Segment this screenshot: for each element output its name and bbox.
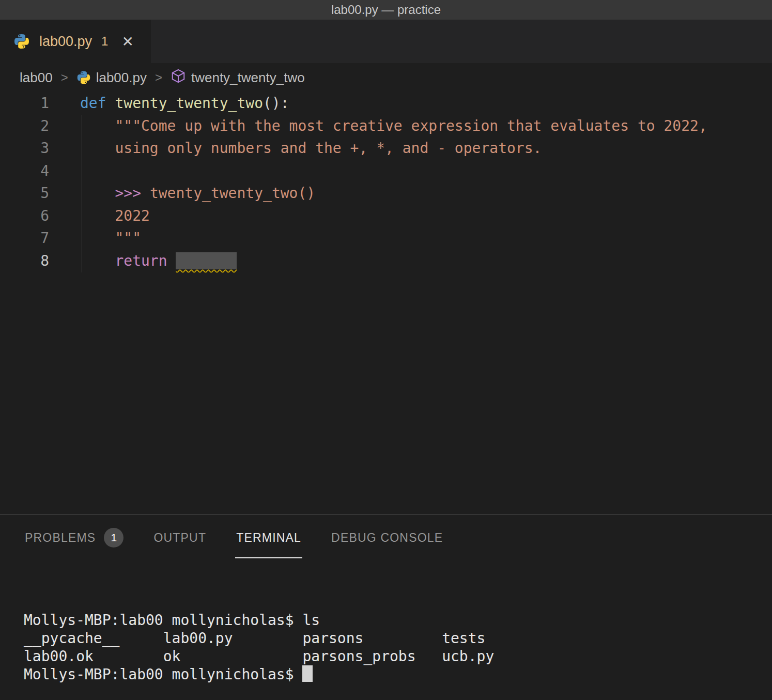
symbol-cube-icon — [171, 68, 186, 87]
breadcrumb-symbol[interactable]: twenty_twenty_two — [171, 68, 305, 87]
code-text: return — [80, 250, 237, 272]
terminal-line: __pycache__ lab00.py parsons tests — [24, 629, 772, 647]
breadcrumb-folder-label: lab00 — [20, 70, 53, 86]
code-line[interactable]: 2 """Come up with the most creative expr… — [0, 115, 772, 138]
terminal-line: lab00.ok ok parsons_probs ucb.py — [24, 647, 772, 665]
chevron-right-icon: > — [154, 70, 163, 85]
bottom-panel: PROBLEMS 1 OUTPUT TERMINAL DEBUG CONSOLE… — [0, 514, 772, 700]
code-text: using only numbers and the +, *, and - o… — [80, 137, 542, 160]
code-line[interactable]: 6 2022 — [0, 205, 772, 227]
terminal[interactable]: Mollys-MBP:lab00 mollynicholas$ ls__pyca… — [0, 560, 772, 700]
panel-tab-label: TERMINAL — [236, 531, 301, 545]
code-line[interactable]: 3 using only numbers and the +, *, and -… — [0, 137, 772, 160]
title-bar: lab00.py — practice — [0, 0, 772, 20]
code-line[interactable]: 7 """ — [0, 227, 772, 250]
tab-label: lab00.py — [39, 34, 92, 50]
terminal-line: Mollys-MBP:lab00 mollynicholas$ ls — [24, 611, 772, 629]
terminal-prompt: Mollys-MBP:lab00 mollynicholas$ — [24, 666, 302, 683]
code-text: """ — [80, 227, 141, 250]
panel-tab-terminal[interactable]: TERMINAL — [236, 515, 301, 560]
code-text: 2022 — [80, 205, 150, 227]
chevron-right-icon: > — [60, 70, 69, 85]
editor-tab-bar: lab00.py 1 ✕ — [0, 20, 772, 63]
window-title: lab00.py — practice — [331, 3, 441, 17]
line-number: 3 — [0, 137, 49, 160]
breadcrumb-file[interactable]: lab00.py — [76, 70, 147, 86]
line-number: 5 — [0, 182, 49, 205]
code-line[interactable]: 4 — [0, 160, 772, 182]
tab-problem-count: 1 — [101, 34, 108, 49]
panel-tab-label: DEBUG CONSOLE — [331, 531, 443, 545]
panel-tab-bar: PROBLEMS 1 OUTPUT TERMINAL DEBUG CONSOLE — [0, 515, 772, 560]
breadcrumb-symbol-label: twenty_twenty_two — [191, 70, 305, 86]
tab-lab00py[interactable]: lab00.py 1 ✕ — [0, 20, 151, 63]
line-number: 4 — [0, 160, 49, 182]
terminal-cursor — [302, 665, 313, 682]
problems-count-badge: 1 — [104, 528, 123, 547]
code-text: """Come up with the most creative expres… — [80, 115, 707, 138]
breadcrumb-file-label: lab00.py — [96, 70, 147, 86]
code-line[interactable]: 5 >>> twenty_twenty_two() — [0, 182, 772, 205]
line-number: 6 — [0, 205, 49, 227]
python-icon — [13, 33, 30, 50]
terminal-prompt-line: Mollys-MBP:lab00 mollynicholas$ — [24, 665, 772, 683]
panel-tab-label: PROBLEMS — [25, 531, 96, 545]
line-number: 1 — [0, 92, 49, 115]
indent-guide — [82, 115, 82, 272]
code-editor[interactable]: 1 def twenty_twenty_two(): 2 """Come up … — [0, 92, 772, 514]
panel-tab-debug-console[interactable]: DEBUG CONSOLE — [331, 515, 443, 560]
panel-tab-label: OUTPUT — [153, 531, 206, 545]
python-icon — [76, 70, 91, 85]
breadcrumb: lab00 > lab00.py > twenty_twenty_two — [0, 63, 772, 92]
code-text: def twenty_twenty_two(): — [80, 92, 289, 115]
panel-tab-output[interactable]: OUTPUT — [153, 515, 206, 560]
code-text: >>> twenty_twenty_two() — [80, 182, 315, 205]
breadcrumb-folder[interactable]: lab00 — [20, 70, 53, 86]
close-icon[interactable]: ✕ — [121, 33, 133, 50]
code-line[interactable]: 1 def twenty_twenty_two(): — [0, 92, 772, 115]
vscode-window: lab00.py — practice lab00.py 1 ✕ lab00 > — [0, 0, 772, 700]
line-number: 8 — [0, 250, 49, 272]
line-number: 7 — [0, 227, 49, 250]
code-line[interactable]: 8 return — [0, 250, 772, 272]
panel-tab-problems[interactable]: PROBLEMS 1 — [25, 515, 123, 560]
line-number: 2 — [0, 115, 49, 138]
editor-lines: 1 def twenty_twenty_two(): 2 """Come up … — [0, 92, 772, 272]
